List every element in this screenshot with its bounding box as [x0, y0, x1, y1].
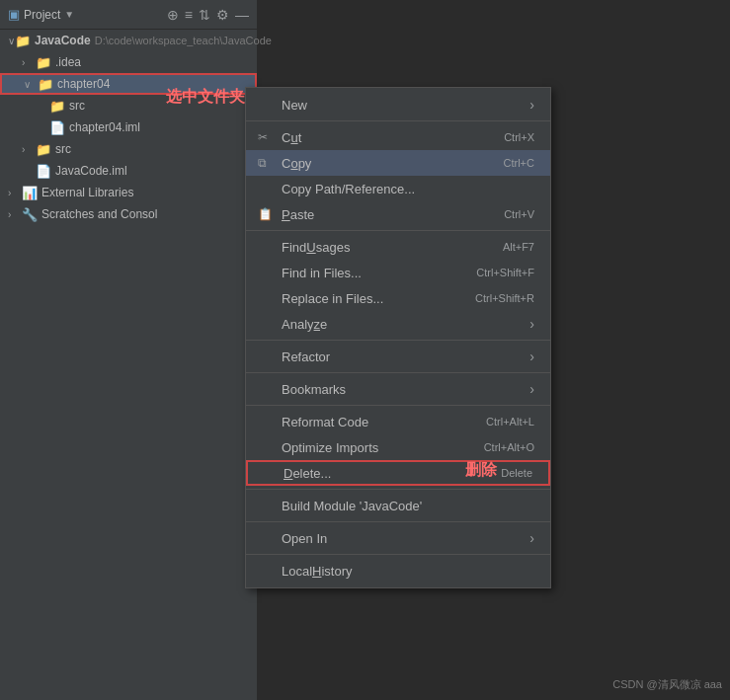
menu-item-local-history[interactable]: Local History: [246, 558, 550, 583]
tree-item-chapter04[interactable]: ∨ 📁 chapter04: [0, 73, 257, 95]
label-scratches: Scratches and Consol: [41, 207, 157, 221]
divider-5: [246, 405, 550, 406]
menu-item-paste[interactable]: 📋 Paste Ctrl+V: [246, 201, 550, 227]
paste-shortcut: Ctrl+V: [484, 208, 534, 220]
menu-item-optimize[interactable]: Optimize Imports Ctrl+Alt+O: [246, 434, 550, 460]
folder-icon-javacode: 📁: [15, 34, 31, 48]
menu-item-cut[interactable]: ✂ Cut Ctrl+X: [246, 124, 550, 150]
tree-item-src[interactable]: › 📁 src: [0, 138, 257, 160]
project-folder-icon: ▣: [8, 7, 20, 22]
open-in-label: Open In: [282, 531, 529, 546]
label-idea: .idea: [55, 55, 81, 69]
find-usages-label: Find Usages: [282, 240, 483, 255]
file-icon-ch04iml: 📄: [49, 120, 65, 135]
arrow-src: ›: [22, 144, 36, 155]
menu-item-copy[interactable]: ⧉ Copy Ctrl+C: [246, 150, 550, 176]
menu-item-delete[interactable]: Delete... Delete 删除: [246, 460, 550, 486]
reformat-shortcut: Ctrl+Alt+L: [466, 416, 534, 428]
folder-icon-src: 📁: [36, 142, 51, 157]
file-icon-jcodeml: 📄: [36, 164, 51, 179]
tree-item-src-ch[interactable]: 📁 src: [0, 95, 257, 117]
divider-3: [246, 340, 550, 341]
menu-item-find-files[interactable]: Find in Files... Ctrl+Shift+F: [246, 260, 550, 285]
label-src-ch: src: [69, 99, 85, 113]
find-files-label: Find in Files...: [282, 266, 456, 280]
replace-shortcut: Ctrl+Shift+R: [455, 292, 534, 304]
tree-item-javacode-iml[interactable]: 📄 JavaCode.iml: [0, 160, 257, 182]
folder-icon-chapter04: 📁: [38, 77, 53, 92]
tree-item-scratches[interactable]: › 🔧 Scratches and Consol: [0, 203, 257, 225]
divider-8: [246, 554, 550, 555]
reformat-label: Reformat Code: [282, 415, 466, 429]
cut-shortcut: Ctrl+X: [484, 131, 534, 143]
library-icon: 📊: [22, 186, 38, 200]
arrow-chapter04: ∨: [24, 79, 38, 90]
list-icon[interactable]: ≡: [185, 7, 193, 23]
menu-item-refactor[interactable]: Refactor: [246, 344, 550, 369]
arrow-scratches: ›: [8, 209, 22, 220]
paste-label: Paste: [282, 207, 484, 222]
dropdown-arrow-icon[interactable]: ▼: [64, 9, 74, 20]
path-javacode: D:\code\workspace_teach\JavaCode: [95, 35, 272, 46]
folder-icon-src-ch: 📁: [49, 99, 65, 114]
menu-item-new[interactable]: New: [246, 92, 550, 117]
copy-path-label: Copy Path/Reference...: [282, 182, 534, 196]
minimize-icon[interactable]: —: [235, 7, 249, 23]
delete-shortcut: Delete: [481, 467, 532, 479]
menu-item-bookmarks[interactable]: Bookmarks: [246, 376, 550, 402]
label-jcodeml: JavaCode.iml: [55, 164, 127, 178]
sort-icon[interactable]: ⇅: [199, 7, 210, 23]
arrow-idea: ›: [22, 57, 36, 68]
panel-header: ▣ Project ▼ ⊕ ≡ ⇅ ⚙ —: [0, 0, 257, 30]
menu-item-build[interactable]: Build Module 'JavaCode': [246, 493, 550, 518]
analyze-label: Analyze: [282, 317, 529, 332]
menu-item-open-in[interactable]: Open In: [246, 525, 550, 551]
label-chapter04: chapter04: [57, 77, 110, 91]
folder-icon-idea: 📁: [36, 55, 51, 70]
panel-title-label: Project: [24, 8, 60, 22]
globe-icon[interactable]: ⊕: [167, 7, 179, 23]
menu-item-find-usages[interactable]: Find Usages Alt+F7: [246, 234, 550, 260]
tree-item-chapter04-iml[interactable]: 📄 chapter04.iml: [0, 117, 257, 138]
copy-shortcut: Ctrl+C: [484, 157, 534, 169]
optimize-label: Optimize Imports: [282, 440, 464, 455]
divider-1: [246, 120, 550, 121]
find-files-shortcut: Ctrl+Shift+F: [456, 267, 534, 278]
menu-item-copy-path[interactable]: Copy Path/Reference...: [246, 176, 550, 201]
divider-6: [246, 489, 550, 490]
scratches-icon: 🔧: [22, 207, 38, 222]
bookmarks-label: Bookmarks: [282, 382, 529, 397]
optimize-shortcut: Ctrl+Alt+O: [464, 441, 534, 453]
local-history-label: Local History: [282, 564, 534, 579]
copy-icon: ⧉: [258, 156, 278, 170]
arrow-ext: ›: [8, 188, 22, 198]
panel-icons: ⊕ ≡ ⇅ ⚙ —: [167, 7, 249, 23]
label-ext-libs: External Libraries: [41, 186, 133, 199]
watermark: CSDN @清风微凉 aaa: [612, 677, 722, 692]
find-usages-shortcut: Alt+F7: [483, 241, 534, 253]
label-ch04iml: chapter04.iml: [69, 120, 140, 134]
tree-item-idea[interactable]: › 📁 .idea: [0, 51, 257, 73]
arrow-javacode: ∨: [8, 36, 15, 46]
refactor-label: Refactor: [282, 350, 529, 364]
divider-7: [246, 521, 550, 522]
divider-4: [246, 372, 550, 373]
copy-label: Copy: [282, 156, 484, 171]
ide-panel: ▣ Project ▼ ⊕ ≡ ⇅ ⚙ — ∨ 📁 JavaCode D:\co…: [0, 0, 257, 700]
tree-item-ext-libs[interactable]: › 📊 External Libraries: [0, 182, 257, 203]
menu-item-replace[interactable]: Replace in Files... Ctrl+Shift+R: [246, 285, 550, 311]
cut-icon: ✂: [258, 130, 278, 144]
context-menu: New ✂ Cut Ctrl+X ⧉ Copy Ctrl+C Copy Path…: [245, 87, 551, 588]
new-label: New: [282, 98, 529, 113]
replace-label: Replace in Files...: [282, 291, 455, 306]
menu-item-reformat[interactable]: Reformat Code Ctrl+Alt+L: [246, 409, 550, 434]
cut-label: Cut: [282, 130, 484, 145]
tree-item-javacode[interactable]: ∨ 📁 JavaCode D:\code\workspace_teach\Jav…: [0, 30, 257, 51]
label-src: src: [55, 142, 71, 156]
delete-label: Delete...: [284, 466, 481, 481]
menu-item-analyze[interactable]: Analyze: [246, 311, 550, 337]
label-javacode: JavaCode: [35, 34, 91, 47]
settings-icon[interactable]: ⚙: [216, 7, 229, 23]
paste-icon: 📋: [258, 207, 278, 221]
panel-title: ▣ Project ▼: [8, 7, 74, 22]
